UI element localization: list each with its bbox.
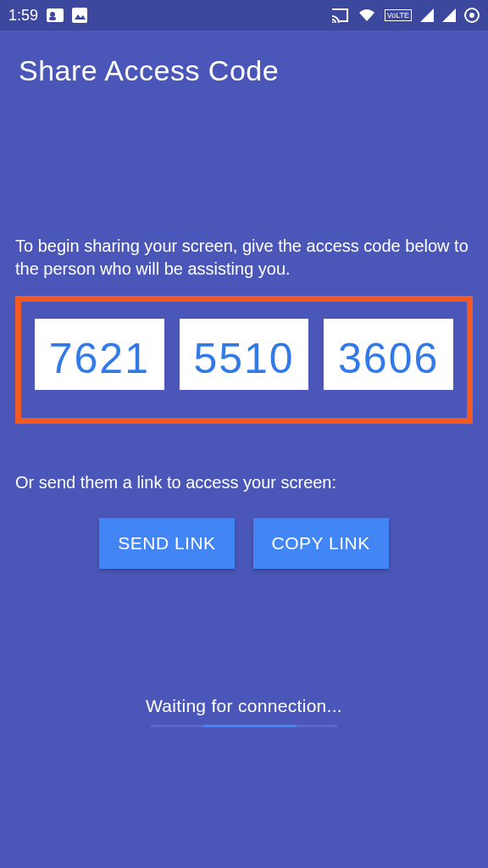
wifi-icon	[358, 8, 376, 23]
status-time: 1:59	[8, 7, 38, 25]
code-segment-1: 7621	[35, 319, 164, 392]
access-code-frame: 7621 5510 3606	[15, 296, 473, 424]
image-icon	[72, 8, 87, 23]
cast-icon	[330, 8, 349, 23]
copy-link-button[interactable]: COPY LINK	[253, 518, 389, 569]
volte-badge: VoLTE	[385, 9, 412, 21]
svg-point-5	[469, 13, 474, 18]
waiting-text: Waiting for connection...	[15, 696, 473, 716]
send-link-button[interactable]: SEND LINK	[99, 518, 234, 569]
instruction-begin: To begin sharing your screen, give the a…	[15, 235, 473, 281]
instruction-or-send: Or send them a link to access your scree…	[15, 473, 473, 492]
svg-point-1	[50, 12, 55, 17]
svg-rect-2	[49, 17, 56, 20]
code-segment-3: 3606	[324, 319, 453, 392]
progress-bar	[151, 725, 337, 727]
signal2-icon	[442, 8, 456, 22]
code-segment-2: 5510	[180, 319, 309, 392]
page-title: Share Access Code	[19, 54, 469, 87]
contact-card-icon	[47, 8, 64, 22]
button-row: SEND LINK COPY LINK	[15, 518, 473, 569]
waiting-section: Waiting for connection...	[15, 696, 473, 727]
header: Share Access Code	[0, 31, 488, 99]
svg-rect-3	[72, 8, 87, 23]
signal-icon	[420, 8, 434, 22]
status-bar: 1:59 VoLTE	[0, 0, 488, 31]
location-icon	[464, 8, 480, 23]
